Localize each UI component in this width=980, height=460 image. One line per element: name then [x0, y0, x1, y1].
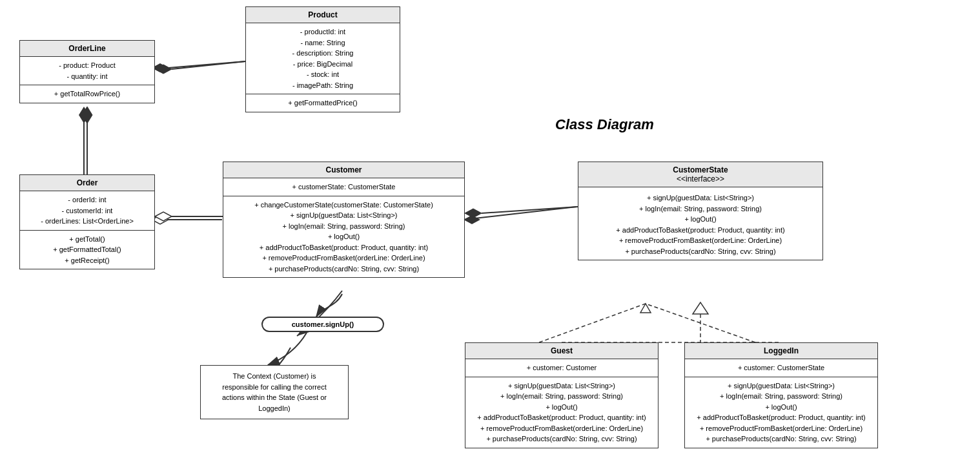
class-guest-header: Guest — [465, 343, 658, 359]
customerstate-stereotype: <<interface>> — [584, 174, 817, 183]
product-name: Product — [308, 10, 337, 19]
dashed-line-guest-customerstate — [539, 304, 646, 342]
line-customer-customerstate — [464, 207, 577, 220]
class-customer-header: Customer — [223, 162, 464, 178]
class-product-attrs: - productId: int - name: String - descri… — [246, 23, 400, 94]
context-note-text: The Context (Customer) isresponsible for… — [222, 372, 327, 412]
class-orderline-methods: + getTotalRowPrice() — [20, 85, 154, 103]
class-loggedin-attrs: + customer: CustomerState — [685, 359, 877, 377]
customer-name: Customer — [325, 165, 362, 174]
line-orderline-product — [168, 61, 245, 68]
svg-marker-8 — [465, 209, 482, 218]
composition-diamond-order-orderline — [79, 107, 89, 123]
class-orderline: OrderLine - product: Product - quantity:… — [19, 40, 155, 103]
class-orderline-attrs: - product: Product - quantity: int — [20, 57, 154, 85]
class-customerstate: CustomerState <<interface>> + signUp(gue… — [578, 162, 823, 260]
class-customerstate-header: CustomerState <<interface>> — [578, 162, 822, 187]
class-product: Product - productId: int - name: String … — [245, 6, 400, 112]
class-product-methods: + getFormattedPrice() — [246, 94, 400, 112]
class-loggedin: LoggedIn + customer: CustomerState + sig… — [684, 342, 878, 448]
class-loggedin-header: LoggedIn — [685, 343, 877, 359]
class-order-attrs: - orderId: int - customerId: int - order… — [20, 191, 154, 231]
class-customerstate-methods: + signUp(guestData: List<String>) + logI… — [578, 187, 822, 260]
svg-marker-5 — [155, 212, 172, 221]
class-order-methods: + getTotal() + getFormattedTotal() + get… — [20, 231, 154, 269]
class-order-header: Order — [20, 175, 154, 191]
composition-diamond-customer-customerstate — [464, 215, 480, 224]
class-order: Order - orderId: int - customerId: int -… — [19, 174, 155, 269]
diagram-container: Product - productId: int - name: String … — [0, 0, 980, 460]
dashed-line-loggedin-customerstate — [646, 304, 755, 342]
class-loggedin-methods: + signUp(guestData: List<String>) + logI… — [685, 377, 877, 448]
class-orderline-header: OrderLine — [20, 41, 154, 57]
diagram-title: Class Diagram — [555, 116, 654, 133]
svg-marker-7 — [82, 107, 92, 123]
order-name: Order — [77, 178, 98, 187]
class-customer-methods: + changeCustomerState(customerState: Cus… — [223, 196, 464, 278]
class-guest-methods: + signUp(guestData: List<String>) + logI… — [465, 377, 658, 448]
orderline-name: OrderLine — [68, 44, 105, 53]
realization-triangle-guest — [640, 304, 651, 313]
svg-marker-10 — [693, 302, 708, 314]
svg-line-3 — [172, 61, 245, 69]
signup-label: customer.signUp() — [261, 317, 384, 332]
context-note: The Context (Customer) isresponsible for… — [200, 365, 349, 419]
class-customer: Customer + customerState: CustomerState … — [223, 162, 465, 278]
guest-name: Guest — [551, 346, 573, 355]
svg-line-9 — [482, 207, 578, 213]
class-guest: Guest + customer: Customer + signUp(gues… — [465, 342, 658, 448]
svg-marker-2 — [155, 65, 172, 74]
customerstate-name: CustomerState — [673, 165, 728, 174]
class-customer-attrs: + customerState: CustomerState — [223, 178, 464, 196]
class-product-header: Product — [246, 7, 400, 23]
loggedin-name: LoggedIn — [764, 346, 799, 355]
class-guest-attrs: + customer: Customer — [465, 359, 658, 377]
